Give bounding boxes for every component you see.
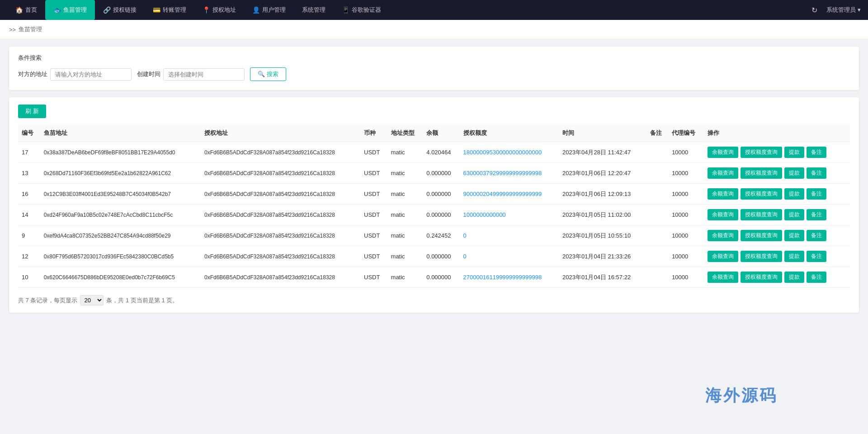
col-auth-amount: 授权额度 bbox=[460, 124, 559, 142]
cell-actions: 余额查询授权额度查询提款备注 bbox=[704, 163, 850, 184]
balance-query-button[interactable]: 余额查询 bbox=[708, 251, 738, 262]
cell-time: 2023年01月06日 12:20:47 bbox=[559, 163, 646, 184]
col-remark: 备注 bbox=[646, 124, 669, 142]
cell-time: 2023年04月28日 11:42:47 bbox=[559, 142, 646, 163]
cell-actions: 余额查询授权额度查询提款备注 bbox=[704, 267, 850, 288]
cell-remark bbox=[646, 142, 669, 163]
col-time: 时间 bbox=[559, 124, 646, 142]
search-row: 对方的地址 创建时间 🔍 搜索 bbox=[18, 67, 850, 81]
top-navigation: 🏠 首页 🐟 鱼苗管理 🔗 授权链接 💳 转账管理 📍 授权地址 👤 用户管理 … bbox=[0, 0, 868, 20]
cell-balance: 0.242452 bbox=[423, 225, 459, 246]
action-buttons-group: 余额查询授权额度查询提款备注 bbox=[708, 147, 846, 158]
auth-amount-query-button[interactable]: 授权额度查询 bbox=[741, 251, 782, 262]
auth-amount-query-button[interactable]: 授权额度查询 bbox=[741, 167, 782, 179]
withdraw-button[interactable]: 提款 bbox=[784, 230, 804, 241]
date-label: 创建时间 bbox=[137, 70, 160, 78]
cell-id: 16 bbox=[18, 184, 40, 205]
cell-time: 2023年01月05日 10:55:10 bbox=[559, 225, 646, 246]
cell-id: 17 bbox=[18, 142, 40, 163]
balance-query-button[interactable]: 余额查询 bbox=[708, 230, 738, 241]
auth-amount-query-button[interactable]: 授权额度查询 bbox=[741, 272, 782, 283]
cell-auth-addr: 0xFd6B6B5ADdCdF328A087a854f23dd9216Ca183… bbox=[201, 205, 360, 225]
withdraw-button[interactable]: 提款 bbox=[784, 188, 804, 200]
nav-item-transfer[interactable]: 💳 转账管理 bbox=[145, 0, 194, 20]
cell-actions: 余额查询授权额度查询提款备注 bbox=[704, 246, 850, 267]
auth-amount-query-button[interactable]: 授权额度查询 bbox=[741, 147, 782, 158]
cell-addr-type: matic bbox=[387, 267, 423, 288]
search-button[interactable]: 🔍 搜索 bbox=[250, 67, 286, 81]
refresh-button[interactable]: 刷 新 bbox=[18, 105, 46, 118]
withdraw-button[interactable]: 提款 bbox=[784, 167, 804, 179]
cell-auth-amount: 900000204999999999999999 bbox=[460, 184, 559, 205]
link-icon: 🔗 bbox=[103, 6, 111, 14]
table-header-row: 编号 鱼苗地址 授权地址 币种 地址类型 余额 授权额度 时间 备注 代理编号 … bbox=[18, 124, 850, 142]
remark-button[interactable]: 备注 bbox=[807, 230, 826, 241]
remark-button[interactable]: 备注 bbox=[807, 251, 826, 262]
cell-currency: USDT bbox=[360, 246, 387, 267]
remark-button[interactable]: 备注 bbox=[807, 188, 826, 200]
col-agent-no: 代理编号 bbox=[668, 124, 704, 142]
table-row: 100x620C6646675D886bDE95208E0ed0b7c72F6b… bbox=[18, 267, 850, 288]
withdraw-button[interactable]: 提款 bbox=[784, 147, 804, 158]
cell-balance: 0.000000 bbox=[423, 184, 459, 205]
balance-query-button[interactable]: 余额查询 bbox=[708, 272, 738, 283]
auth-amount-query-button[interactable]: 授权额度查询 bbox=[741, 230, 782, 241]
cell-balance: 0.000000 bbox=[423, 267, 459, 288]
table-body: 170x38a387DeAB6beDF69f8eBF8051BB17E29A40… bbox=[18, 142, 850, 288]
cell-addr-type: matic bbox=[387, 205, 423, 225]
cell-auth-amount: 630000379299999999999998 bbox=[460, 163, 559, 184]
admin-label[interactable]: 系统管理员 ▾ bbox=[826, 6, 861, 14]
per-page-select[interactable]: 10 20 50 100 bbox=[80, 295, 104, 305]
cell-currency: USDT bbox=[360, 142, 387, 163]
table-row: 90xef9dA4ca8C07352e52BB247C854A94cd88f50… bbox=[18, 225, 850, 246]
cell-remark bbox=[646, 205, 669, 225]
cell-currency: USDT bbox=[360, 225, 387, 246]
cell-time: 2023年01月04日 21:33:26 bbox=[559, 246, 646, 267]
auth-amount-query-button[interactable]: 授权额度查询 bbox=[741, 209, 782, 220]
remark-button[interactable]: 备注 bbox=[807, 147, 826, 158]
data-table: 编号 鱼苗地址 授权地址 币种 地址类型 余额 授权额度 时间 备注 代理编号 … bbox=[18, 124, 850, 288]
search-field-date: 创建时间 bbox=[137, 68, 245, 81]
nav-item-users[interactable]: 👤 用户管理 bbox=[244, 0, 294, 20]
nav-refresh-icon[interactable]: ↻ bbox=[811, 6, 817, 14]
cell-fish-addr: 0x268Dd71160F36Ef3b69fd5Ee2a1b62822A961C… bbox=[40, 163, 201, 184]
cell-currency: USDT bbox=[360, 267, 387, 288]
withdraw-button[interactable]: 提款 bbox=[784, 272, 804, 283]
nav-item-fish[interactable]: 🐟 鱼苗管理 bbox=[45, 0, 95, 20]
google-auth-icon: 📱 bbox=[342, 6, 349, 14]
nav-item-google-auth[interactable]: 📱 谷歌验证器 bbox=[334, 0, 389, 20]
cell-remark bbox=[646, 225, 669, 246]
search-title: 条件搜索 bbox=[18, 54, 850, 62]
withdraw-button[interactable]: 提款 bbox=[784, 251, 804, 262]
transfer-icon: 💳 bbox=[153, 6, 160, 14]
balance-query-button[interactable]: 余额查询 bbox=[708, 147, 738, 158]
remark-button[interactable]: 备注 bbox=[807, 272, 826, 283]
address-input[interactable] bbox=[50, 68, 132, 81]
table-row: 160x12C9B3E03ff4001Ed3E95248B7C45034f0B5… bbox=[18, 184, 850, 205]
balance-query-button[interactable]: 余额查询 bbox=[708, 167, 738, 179]
balance-query-button[interactable]: 余额查询 bbox=[708, 188, 738, 200]
balance-query-button[interactable]: 余额查询 bbox=[708, 209, 738, 220]
cell-actions: 余额查询授权额度查询提款备注 bbox=[704, 205, 850, 225]
cell-agent-no: 10000 bbox=[668, 205, 704, 225]
main-content: 条件搜索 对方的地址 创建时间 🔍 搜索 刷 新 编号 鱼苗地址 授权地址 币种 bbox=[0, 39, 868, 320]
col-balance: 余额 bbox=[423, 124, 459, 142]
nav-item-home[interactable]: 🏠 首页 bbox=[7, 0, 45, 20]
cell-auth-addr: 0xFd6B6B5ADdCdF328A087a854f23dd9216Ca183… bbox=[201, 142, 360, 163]
table-row: 120x80F795d6B57203017cd936FEc5842380C0BC… bbox=[18, 246, 850, 267]
cell-balance: 0.000000 bbox=[423, 205, 459, 225]
cell-actions: 余额查询授权额度查询提款备注 bbox=[704, 184, 850, 205]
nav-item-auth-link[interactable]: 🔗 授权链接 bbox=[95, 0, 145, 20]
cell-time: 2023年01月04日 16:57:22 bbox=[559, 267, 646, 288]
nav-item-auth-addr[interactable]: 📍 授权地址 bbox=[194, 0, 244, 20]
cell-fish-addr: 0x38a387DeAB6beDF69f8eBF8051BB17E29A4055… bbox=[40, 142, 201, 163]
date-input[interactable] bbox=[163, 68, 245, 81]
withdraw-button[interactable]: 提款 bbox=[784, 209, 804, 220]
cell-agent-no: 10000 bbox=[668, 267, 704, 288]
nav-item-system[interactable]: 系统管理 bbox=[294, 0, 334, 20]
remark-button[interactable]: 备注 bbox=[807, 167, 826, 179]
remark-button[interactable]: 备注 bbox=[807, 209, 826, 220]
breadcrumb-current: 鱼苗管理 bbox=[19, 25, 42, 33]
auth-amount-query-button[interactable]: 授权额度查询 bbox=[741, 188, 782, 200]
cell-agent-no: 10000 bbox=[668, 184, 704, 205]
